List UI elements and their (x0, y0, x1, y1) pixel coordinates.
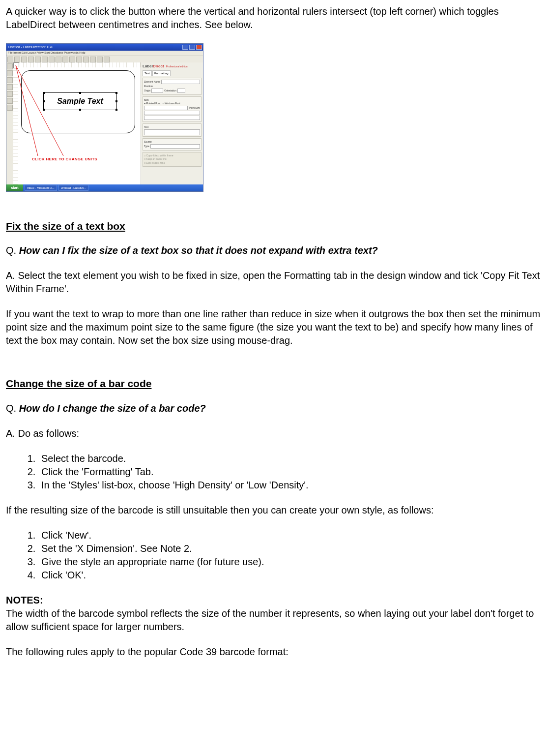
menu-bar[interactable]: File Insert Edit Layout View Sort Databa… (6, 51, 203, 56)
taskbar-item[interactable]: Untitled - LabelDi... (58, 185, 88, 191)
notes-block: NOTES: The width of the barcode symbol r… (6, 594, 542, 634)
list-item: Click the 'Formatting' Tab. (38, 465, 542, 479)
left-tool-strip[interactable] (6, 62, 14, 184)
intro-paragraph: A quicker way is to click the button whe… (6, 5, 542, 31)
sample-text-box[interactable]: Sample Text (43, 92, 117, 110)
notes-p1: The width of the barcode symbol reflects… (6, 608, 534, 632)
taskbar-item[interactable]: Inbox - Microsoft O... (25, 185, 57, 191)
text-field[interactable] (144, 129, 200, 135)
design-canvas[interactable]: Sample Text (18, 67, 144, 184)
close-icon[interactable] (196, 45, 202, 50)
notes-p2: The following rules apply to the popular… (6, 645, 542, 659)
barcode-mid-paragraph: If the resulting size of the barcode is … (6, 504, 542, 517)
notes-label: NOTES: (6, 595, 43, 605)
answer-fix-text-box-p2: If you want the text to wrap to more tha… (6, 307, 542, 347)
heading-fix-text-box: Fix the size of a text box (6, 219, 542, 233)
list-item: Click 'New'. (38, 529, 542, 542)
answer-change-barcode: A. Do as follows: (6, 427, 542, 440)
windows-taskbar: start Inbox - Microsoft O... Untitled - … (6, 184, 203, 191)
maximize-icon[interactable] (189, 45, 195, 50)
question-change-barcode: Q. How do I change the size of a bar cod… (6, 402, 542, 415)
minimize-icon[interactable] (182, 45, 188, 50)
list-item: Give the style an appropriate name (for … (38, 555, 542, 569)
question-fix-text-box: Q. How can I fix the size of a text box … (6, 244, 542, 257)
properties-panel: LabelDirect Professional edition Text Fo… (141, 62, 203, 184)
callout-label: CLICK HERE TO CHANGE UNITS (32, 157, 97, 162)
tab-formatting[interactable]: Formatting (152, 70, 171, 76)
answer-fix-text-box: A. Select the text element you wish to b… (6, 269, 542, 296)
labeldirect-screenshot: Untitled - LabelDirect for TSC File Inse… (6, 43, 203, 192)
window-titlebar: Untitled - LabelDirect for TSC (6, 44, 203, 51)
heading-change-barcode: Change the size of a bar code (6, 377, 542, 391)
list-item: Set the 'X Dimension'. See Note 2. (38, 542, 542, 555)
window-title: Untitled - LabelDirect for TSC (8, 45, 53, 49)
barcode-steps-list-1: Select the barcode. Click the 'Formattin… (6, 452, 542, 492)
list-item: In the 'Styles' list-box, choose 'High D… (38, 479, 542, 492)
label-outline: Sample Text (21, 70, 135, 133)
panel-brand: LabelDirect Professional edition (143, 64, 202, 69)
tab-text[interactable]: Text (143, 70, 152, 76)
start-button[interactable]: start (6, 184, 23, 191)
list-item: Select the barcode. (38, 452, 542, 465)
list-item: Click 'OK'. (38, 569, 542, 582)
sample-text: Sample Text (57, 96, 103, 107)
barcode-steps-list-2: Click 'New'. Set the 'X Dimension'. See … (6, 529, 542, 582)
